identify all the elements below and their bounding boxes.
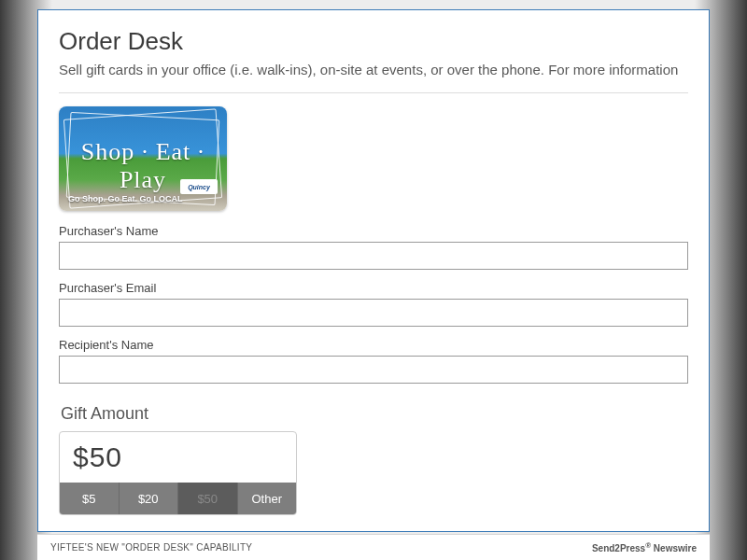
- amount-option-other[interactable]: Other: [238, 483, 297, 514]
- divider: [59, 92, 688, 93]
- purchaser-name-label: Purchaser's Name: [59, 224, 688, 238]
- gift-amount-display: $50: [60, 432, 296, 483]
- amount-option-5[interactable]: $5: [60, 483, 120, 514]
- caption-bar: YIFTEE'S NEW "ORDER DESK" CAPABILITY Sen…: [37, 534, 710, 560]
- giftcard-preview[interactable]: Shop · Eat · Play Go Shop. Go Eat. Go LO…: [59, 106, 227, 211]
- caption-suffix: Newswire: [651, 543, 697, 553]
- caption-right: Send2Press® Newswire: [592, 541, 697, 553]
- page-subtitle: Sell gift cards in your office (i.e. wal…: [59, 62, 688, 77]
- gift-amount-label: Gift Amount: [61, 404, 688, 424]
- content-area: Order Desk Sell gift cards in your offic…: [38, 10, 709, 531]
- giftcard-subtitle: Go Shop. Go Eat. Go LOCAL: [68, 194, 183, 203]
- purchaser-email-label: Purchaser's Email: [59, 281, 688, 295]
- amount-option-20[interactable]: $20: [120, 483, 179, 514]
- amount-option-50[interactable]: $50: [178, 483, 238, 514]
- caption-brand: Send2Press: [592, 543, 645, 553]
- purchaser-name-input[interactable]: [59, 242, 688, 270]
- gift-amount-options: $5 $20 $50 Other: [60, 483, 296, 514]
- giftcard-logo: Quincy: [180, 179, 218, 194]
- page-title: Order Desk: [59, 27, 688, 56]
- caption-left: YIFTEE'S NEW "ORDER DESK" CAPABILITY: [50, 542, 252, 553]
- recipient-name-input[interactable]: [59, 356, 688, 384]
- purchaser-email-input[interactable]: [59, 299, 688, 327]
- gift-amount-box: $50 $5 $20 $50 Other: [59, 431, 297, 515]
- app-frame: Order Desk Sell gift cards in your offic…: [37, 9, 710, 532]
- recipient-name-label: Recipient's Name: [59, 338, 688, 352]
